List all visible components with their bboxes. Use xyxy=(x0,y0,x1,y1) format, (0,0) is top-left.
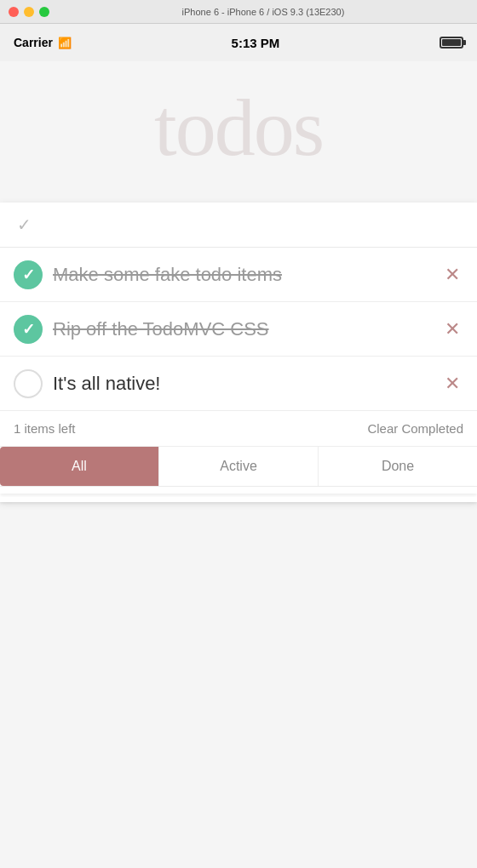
main-card: ✓ ✓ Make some fake todo items ✕ ✓ Rip of… xyxy=(0,203,477,502)
device-frame: iPhone 6 - iPhone 6 / iOS 9.3 (13E230) C… xyxy=(0,0,477,868)
delete-button-1[interactable]: ✕ xyxy=(441,260,463,289)
app-title: todos xyxy=(0,61,477,203)
todo-text-3: It's all native! xyxy=(53,373,431,395)
shadow-line-2 xyxy=(0,497,477,502)
filter-tab-active[interactable]: Active xyxy=(159,447,319,486)
close-button[interactable] xyxy=(9,7,19,17)
todo-text-2: Rip off the TodoMVC CSS xyxy=(53,318,431,340)
list-item: ✓ Rip off the TodoMVC CSS ✕ xyxy=(0,302,477,357)
battery-fill xyxy=(442,39,461,46)
mac-titlebar: iPhone 6 - iPhone 6 / iOS 9.3 (13E230) xyxy=(0,0,477,24)
status-time: 5:13 PM xyxy=(232,36,280,50)
carrier-label: Carrier xyxy=(14,36,53,49)
maximize-button[interactable] xyxy=(39,7,49,17)
delete-button-3[interactable]: ✕ xyxy=(441,369,463,398)
checkmark-icon: ✓ xyxy=(22,266,35,284)
todo-checkbox-1[interactable]: ✓ xyxy=(14,260,43,289)
status-bar: Carrier 📶 5:13 PM xyxy=(0,24,477,61)
app-content: todos ✓ ✓ Make some fake todo items ✕ ✓ … xyxy=(0,61,477,868)
todo-checkbox-3[interactable] xyxy=(14,369,43,398)
todo-footer: 1 items left Clear Completed xyxy=(0,411,477,447)
mac-window-controls xyxy=(9,7,49,17)
list-item: It's all native! ✕ xyxy=(0,357,477,411)
filter-tab-all[interactable]: All xyxy=(0,447,159,486)
shadow-line-1 xyxy=(0,487,477,494)
window-title: iPhone 6 - iPhone 6 / iOS 9.3 (13E230) xyxy=(58,7,468,17)
status-left: Carrier 📶 xyxy=(14,36,72,49)
status-right xyxy=(440,37,463,49)
filter-tabs: All Active Done xyxy=(0,447,477,487)
toggle-all-icon[interactable]: ✓ xyxy=(17,214,32,235)
wifi-icon: 📶 xyxy=(58,37,72,49)
clear-completed-button[interactable]: Clear Completed xyxy=(367,421,463,436)
checkmark-icon: ✓ xyxy=(22,320,35,339)
minimize-button[interactable] xyxy=(24,7,34,17)
battery-icon xyxy=(440,37,463,49)
toggle-all-row[interactable]: ✓ xyxy=(0,203,477,248)
todo-text-1: Make some fake todo items xyxy=(53,264,431,286)
list-item: ✓ Make some fake todo items ✕ xyxy=(0,248,477,302)
delete-button-2[interactable]: ✕ xyxy=(441,315,463,344)
todo-checkbox-2[interactable]: ✓ xyxy=(14,315,43,344)
filter-tab-done[interactable]: Done xyxy=(319,447,477,486)
items-left-label: 1 items left xyxy=(14,421,76,436)
